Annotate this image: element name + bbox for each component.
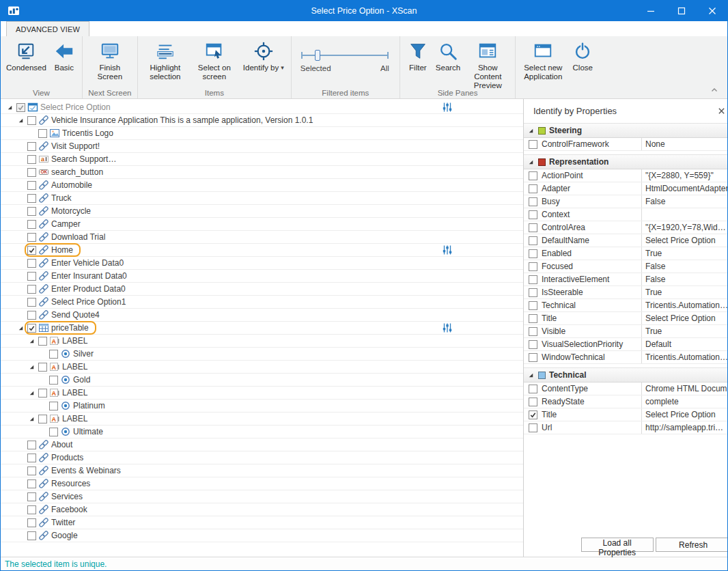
collapse-ribbon-button[interactable] [710, 85, 719, 95]
section-expander-icon[interactable] [527, 371, 535, 379]
property-checkbox[interactable] [529, 314, 537, 323]
tree-item-checkbox[interactable] [27, 246, 36, 255]
tree-item-checkbox[interactable] [38, 129, 47, 138]
property-checkbox[interactable] [529, 301, 537, 310]
property-checkbox[interactable] [529, 184, 537, 193]
tree-item-checkbox[interactable] [27, 155, 36, 164]
section-expander-icon[interactable] [527, 158, 535, 166]
tree-item-silver[interactable]: Silver [1, 348, 523, 361]
tree-item-products[interactable]: Products [1, 451, 523, 464]
tree-item-checkbox[interactable] [49, 402, 58, 410]
property-checkbox[interactable] [529, 398, 537, 406]
tree-item-checkbox[interactable] [27, 479, 36, 488]
highlight-selection-button[interactable]: Highlight selection [141, 38, 190, 83]
expander-icon[interactable] [16, 323, 25, 333]
minimize-button[interactable] [635, 1, 666, 21]
search-button[interactable]: Search [433, 38, 463, 74]
property-row-interactiveelement[interactable]: InteractiveElementFalse [524, 273, 728, 286]
property-checkbox[interactable] [529, 197, 537, 206]
refresh-button[interactable]: Refresh [656, 538, 728, 552]
property-row-technical[interactable]: TechnicalTricentis.Automation… [524, 299, 728, 312]
load-all-properties-button[interactable]: Load all Properties [581, 538, 654, 552]
tree-item-checkbox[interactable] [49, 376, 58, 385]
property-row-readystate[interactable]: ReadyStatecomplete [524, 395, 728, 408]
tree-item-checkbox[interactable] [27, 505, 36, 514]
tree-item-checkbox[interactable] [27, 518, 36, 527]
tree-item-visit-support[interactable]: Visit Support! [1, 140, 523, 153]
section-expander-icon[interactable] [527, 126, 535, 135]
property-checkbox[interactable] [529, 223, 537, 232]
tree-item-label[interactable]: ALABEL [1, 387, 523, 400]
tree-item-checkbox[interactable] [27, 220, 36, 229]
identify-by-sliders-icon[interactable] [442, 245, 453, 255]
tree-item-search-button[interactable]: OKsearch_button [1, 166, 523, 179]
identify-by-button[interactable]: Identify by▾ [239, 38, 288, 74]
property-checkbox[interactable] [529, 423, 537, 432]
property-row-controlframework[interactable]: ControlFrameworkNone [524, 138, 728, 151]
tree-item-gold[interactable]: Gold [1, 374, 523, 387]
tree-item-checkbox[interactable] [27, 311, 36, 320]
tree-item-truck[interactable]: Truck [1, 192, 523, 205]
close-button[interactable] [697, 1, 727, 21]
tree-item-checkbox[interactable] [27, 298, 36, 307]
tree-item-checkbox[interactable] [27, 181, 36, 190]
tree-item-select-price-option1[interactable]: Select Price Option1 [1, 296, 523, 309]
property-row-actionpoint[interactable]: ActionPoint"{X=2880, Y=559}" [524, 169, 728, 182]
property-checkbox[interactable] [529, 140, 537, 149]
tree-item-platinum[interactable]: Platinum [1, 400, 523, 413]
section-header-steering[interactable]: Steering [524, 123, 728, 138]
property-row-issteerable[interactable]: IsSteerableTrue [524, 286, 728, 299]
maximize-button[interactable] [666, 1, 697, 21]
tree-item-automobile[interactable]: Automobile [1, 179, 523, 192]
tree-item-pricetable[interactable]: priceTable [1, 322, 523, 335]
property-checkbox[interactable] [529, 327, 537, 336]
expander-icon[interactable] [27, 336, 36, 346]
tree-item-checkbox[interactable] [38, 389, 47, 398]
tree-item-checkbox[interactable] [27, 441, 36, 449]
property-row-contenttype[interactable]: ContentTypeChrome HTML Docum… [524, 382, 728, 395]
tree-item-google[interactable]: Google [1, 529, 523, 542]
section-header-technical[interactable]: Technical [524, 367, 728, 382]
tree-item-checkbox[interactable] [27, 233, 36, 242]
property-row-defaultname[interactable]: DefaultNameSelect Price Option [524, 234, 728, 247]
tree-item-checkbox[interactable] [27, 116, 36, 125]
tree-item-checkbox[interactable] [16, 103, 25, 112]
tree-item-tricentis-logo[interactable]: Tricentis Logo [1, 127, 523, 140]
tree-item-checkbox[interactable] [27, 259, 36, 268]
basic-button[interactable]: Basic [49, 38, 79, 74]
tree-item-ultimate[interactable]: Ultimate [1, 426, 523, 438]
expander-icon[interactable] [27, 414, 36, 423]
tree-item-checkbox[interactable] [27, 285, 36, 294]
tab-advanced-view[interactable]: ADVANCED VIEW [6, 21, 89, 36]
tree-item-about[interactable]: About [1, 438, 523, 451]
property-checkbox[interactable] [529, 275, 537, 284]
tree-item-vehicle-insurance-application-this-is-a-sample-application-version-1-0-1[interactable]: Vehicle Insurance Application This is a … [1, 114, 523, 127]
tree-item-select-price-option[interactable]: Select Price Option [1, 101, 523, 114]
tree-item-checkbox[interactable] [27, 531, 36, 540]
tree-item-camper[interactable]: Camper [1, 218, 523, 231]
tree-item-services[interactable]: Services [1, 490, 523, 503]
property-row-busy[interactable]: BusyFalse [524, 195, 728, 208]
expander-icon[interactable] [5, 102, 14, 112]
tree-item-checkbox[interactable] [49, 428, 58, 436]
tree-item-home[interactable]: Home [1, 244, 523, 257]
property-checkbox[interactable] [529, 353, 537, 362]
property-checkbox[interactable] [529, 249, 537, 258]
show-content-preview-button[interactable]: Show Content Preview [463, 38, 512, 92]
close-panel-icon[interactable] [716, 105, 727, 116]
tree-item-checkbox[interactable] [38, 415, 47, 423]
identify-by-sliders-icon[interactable] [442, 322, 453, 333]
property-row-title[interactable]: TitleSelect Price Option [524, 408, 728, 421]
tree-item-motorcycle[interactable]: Motorcycle [1, 205, 523, 218]
tree-item-checkbox[interactable] [27, 142, 36, 151]
tree-item-search-support[interactable]: aSearch Support… [1, 153, 523, 166]
section-header-representation[interactable]: Representation [524, 154, 728, 169]
tree-item-checkbox[interactable] [38, 363, 47, 372]
slider-handle[interactable] [315, 50, 320, 61]
tree-item-label[interactable]: ALABEL [1, 335, 523, 348]
property-checkbox[interactable] [529, 385, 537, 393]
tree-item-twitter[interactable]: Twitter [1, 516, 523, 529]
tree-item-events-webinars[interactable]: Events & Webinars [1, 464, 523, 477]
tree-item-checkbox[interactable] [38, 337, 47, 346]
select-on-screen-button[interactable]: Select on screen [190, 38, 239, 83]
